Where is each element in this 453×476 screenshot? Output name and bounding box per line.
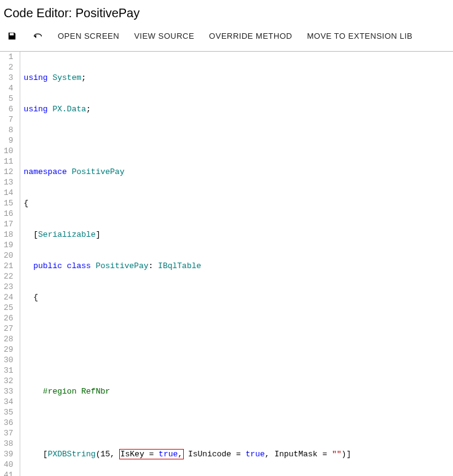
move-to-ext-button[interactable]: MOVE TO EXTENSION LIB <box>307 31 412 41</box>
open-screen-button[interactable]: OPEN SCREEN <box>58 31 119 41</box>
code-editor[interactable]: 1234567891011121314151617181920212223242… <box>0 52 453 476</box>
code-area[interactable]: using System; using PX.Data; namespace P… <box>20 52 453 476</box>
override-method-button[interactable]: OVERRIDE METHOD <box>209 31 292 41</box>
undo-icon[interactable] <box>32 30 43 41</box>
toolbar: OPEN SCREEN VIEW SOURCE OVERRIDE METHOD … <box>0 28 453 52</box>
svg-rect-0 <box>12 33 13 34</box>
save-icon[interactable] <box>6 30 17 41</box>
highlight-iskey: IsKey = true, <box>119 449 184 459</box>
page-title: Code Editor: PositivePay <box>0 0 453 28</box>
line-gutter: 1234567891011121314151617181920212223242… <box>0 52 20 476</box>
view-source-button[interactable]: VIEW SOURCE <box>134 31 194 41</box>
